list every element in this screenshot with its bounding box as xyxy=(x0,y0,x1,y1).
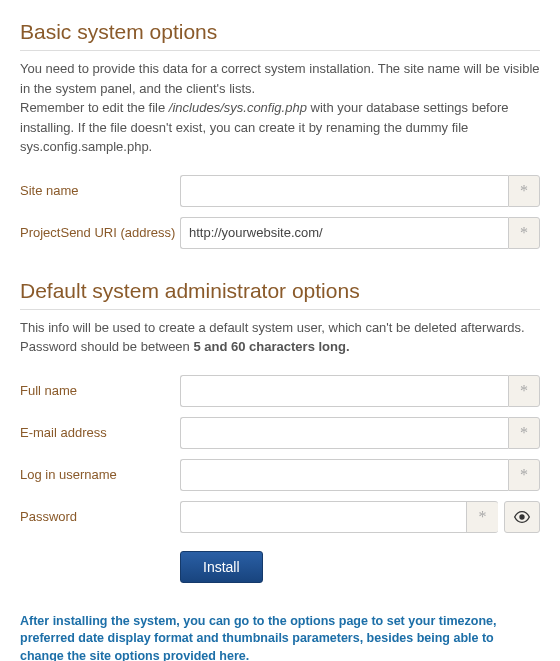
site-name-label: Site name xyxy=(20,183,180,198)
admin-options-section: Default system administrator options Thi… xyxy=(20,279,540,583)
admin-intro: This info will be used to create a defau… xyxy=(20,318,540,357)
intro-text-2a: Remember to edit the file xyxy=(20,100,169,115)
fullname-input[interactable] xyxy=(180,375,508,407)
uri-label: ProjectSend URI (address) xyxy=(20,225,180,240)
intro-text-1: You need to provide this data for a corr… xyxy=(20,61,540,96)
site-name-input[interactable] xyxy=(180,175,508,207)
uri-row: ProjectSend URI (address) * xyxy=(20,217,540,249)
password-input[interactable] xyxy=(180,501,466,533)
toggle-password-visibility-button[interactable] xyxy=(504,501,540,533)
password-label: Password xyxy=(20,509,180,524)
username-row: Log in username * xyxy=(20,459,540,491)
config-file-path: /includes/sys.config.php xyxy=(169,100,307,115)
site-name-row: Site name * xyxy=(20,175,540,207)
eye-icon xyxy=(514,509,530,525)
email-input[interactable] xyxy=(180,417,508,449)
footer-note: After installing the system, you can go … xyxy=(20,613,540,662)
fullname-label: Full name xyxy=(20,383,180,398)
required-asterisk-icon: * xyxy=(508,217,540,249)
username-label: Log in username xyxy=(20,467,180,482)
basic-intro: You need to provide this data for a corr… xyxy=(20,59,540,157)
username-input[interactable] xyxy=(180,459,508,491)
basic-heading: Basic system options xyxy=(20,20,540,51)
required-asterisk-icon: * xyxy=(508,375,540,407)
required-asterisk-icon: * xyxy=(508,175,540,207)
email-label: E-mail address xyxy=(20,425,180,440)
password-row: Password * xyxy=(20,501,540,533)
fullname-row: Full name * xyxy=(20,375,540,407)
uri-input[interactable] xyxy=(180,217,508,249)
required-asterisk-icon: * xyxy=(508,417,540,449)
required-asterisk-icon: * xyxy=(508,459,540,491)
admin-heading: Default system administrator options xyxy=(20,279,540,310)
required-asterisk-icon: * xyxy=(466,501,498,533)
install-row: Install xyxy=(20,551,540,583)
svg-point-0 xyxy=(520,515,524,519)
email-row: E-mail address * xyxy=(20,417,540,449)
password-length-req: 5 and 60 characters long. xyxy=(193,339,349,354)
basic-system-options-section: Basic system options You need to provide… xyxy=(20,20,540,249)
install-button[interactable]: Install xyxy=(180,551,263,583)
